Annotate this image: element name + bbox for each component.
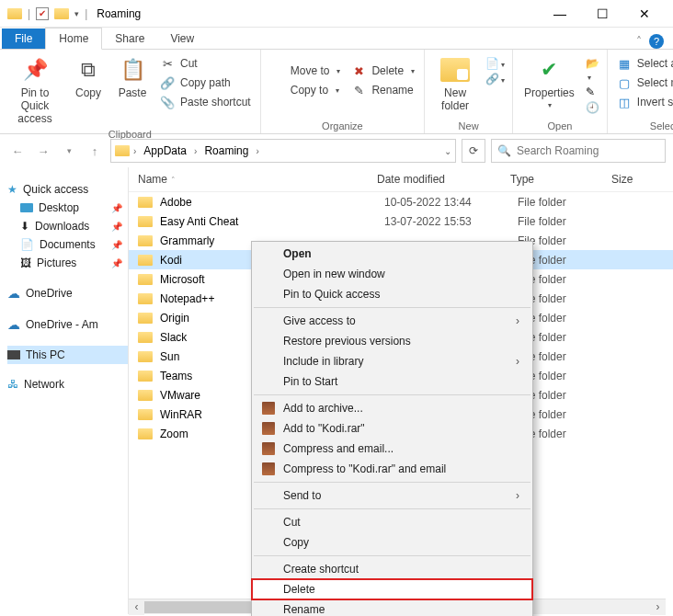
sidebar-item-pictures[interactable]: 🖼Pictures📌 [7,254,128,272]
table-row[interactable]: Adobe10-05-2022 13:44File folder [129,192,673,211]
sidebar-label: Pictures [37,257,76,269]
forward-button[interactable]: → [33,141,53,161]
chevron-down-icon: ▾ [548,101,552,109]
history-icon[interactable]: 🕘 [586,101,599,114]
menu-restore-versions[interactable]: Restore previous versions [252,331,532,351]
search-box[interactable]: 🔍 [491,139,666,163]
menu-compress-email[interactable]: Compress and email... [252,439,532,459]
breadcrumb-item[interactable]: AppData [140,143,190,159]
copy-path-button[interactable]: 🔗Copy path [158,74,253,91]
sidebar-item-documents[interactable]: 📄Documents📌 [7,235,128,254]
back-button[interactable]: ← [7,141,28,161]
menu-create-shortcut[interactable]: Create shortcut [252,559,532,579]
easy-access-icon[interactable]: 🔗▾ [485,73,505,86]
column-type[interactable]: Type [510,173,611,186]
search-input[interactable] [517,144,659,157]
menu-pin-start[interactable]: Pin to Start [252,371,532,392]
tab-file[interactable]: File [2,29,45,49]
navigation-pane: ★Quick access Desktop📌 ⬇Downloads📌 📄Docu… [0,167,129,614]
menu-separator [254,482,530,483]
column-name[interactable]: Name˄ [138,173,377,186]
sidebar-item-this-pc[interactable]: This PC [7,346,128,364]
copy-to-button[interactable]: Copy to▾ [268,82,343,98]
chevron-down-icon: ▾ [336,86,339,95]
cut-button[interactable]: ✂Cut [158,55,253,72]
sidebar-item-onedrive-am[interactable]: ☁OneDrive - Am [7,314,128,335]
menu-copy[interactable]: Copy [252,532,532,553]
tab-share[interactable]: Share [102,29,157,49]
select-all-button[interactable]: ▦Select all [615,55,673,72]
menu-compress-rar-email[interactable]: Compress to "Kodi.rar" and email [252,459,532,479]
sidebar-label: Network [24,378,64,391]
folder-icon [138,390,153,401]
recent-dropdown[interactable]: ▾ [59,141,79,161]
new-folder-button[interactable]: New folder [432,53,478,114]
chevron-down-icon: ▾ [411,67,415,75]
refresh-button[interactable]: ⟳ [462,139,485,163]
menu-label: Restore previous versions [283,335,411,348]
paste-button[interactable]: 📋 Paste [114,53,151,101]
edit-icon[interactable]: ✎ [586,86,599,98]
folder-icon [138,371,153,382]
sidebar-item-desktop[interactable]: Desktop📌 [7,199,128,217]
minimize-button[interactable]: — [539,0,581,28]
new-folder-icon [440,55,470,85]
group-label: Organize [322,119,363,133]
column-date[interactable]: Date modified [377,173,510,186]
select-none-button[interactable]: ▢Select none [615,74,673,91]
menu-open-new-window[interactable]: Open in new window [252,264,532,284]
copy-button[interactable]: ⧉ Copy [70,53,107,101]
qat-dropdown-icon[interactable]: ▾ [74,9,79,18]
invert-selection-button[interactable]: ◫Invert selection [615,94,673,110]
chevron-right-icon: › [516,314,519,327]
rename-button[interactable]: ✎Rename [349,82,416,98]
select-all-label: Select all [637,57,673,70]
scroll-left-button[interactable]: ‹ [129,599,144,615]
column-size[interactable]: Size [611,173,673,186]
delete-button[interactable]: ✖Delete▾ [349,63,416,79]
select-all-icon: ▦ [617,56,632,71]
qat-properties-icon[interactable]: ✔ [36,7,49,20]
sidebar-item-onedrive[interactable]: ☁OneDrive [7,283,128,303]
table-row[interactable]: Easy Anti Cheat13-07-2022 15:53File fold… [129,211,673,231]
tab-home[interactable]: Home [45,28,102,50]
network-icon: 🖧 [7,378,18,391]
menu-include-library[interactable]: Include in library› [252,351,532,371]
menu-rename[interactable]: Rename [252,599,532,616]
pictures-icon: 🖼 [20,257,31,269]
menu-open[interactable]: Open [252,244,532,264]
sidebar-item-quick-access[interactable]: ★Quick access [7,180,128,199]
scroll-right-button[interactable]: › [650,599,666,615]
cut-label: Cut [180,57,198,70]
menu-give-access[interactable]: Give access to› [252,311,532,331]
sidebar-item-network[interactable]: 🖧Network [7,375,128,394]
maximize-button[interactable]: ☐ [581,0,623,28]
pin-quick-access-button[interactable]: 📌 Pin to Quick access [7,53,63,127]
breadcrumb-item[interactable]: Roaming [200,143,252,159]
up-button[interactable]: ↑ [85,141,105,161]
open-icon[interactable]: 📂▾ [586,57,599,83]
invert-label: Invert selection [637,96,673,108]
help-icon[interactable]: ? [649,34,664,49]
title-bar: | ✔ ▾ | Roaming — ☐ ✕ [0,0,673,28]
menu-add-kodi-rar[interactable]: Add to "Kodi.rar" [252,418,532,439]
collapse-ribbon-icon[interactable]: ˄ [636,35,642,48]
menu-send-to[interactable]: Send to› [252,485,532,506]
menu-pin-quick-access[interactable]: Pin to Quick access [252,284,532,304]
menu-add-archive[interactable]: Add to archive... [252,398,532,418]
column-label: Size [611,173,633,186]
delete-label: Delete [371,64,404,77]
address-dropdown-icon[interactable]: ⌄ [444,146,451,156]
address-bar[interactable]: › AppData › Roaming › ⌄ [110,139,456,163]
tab-view[interactable]: View [157,29,207,49]
menu-cut[interactable]: Cut [252,512,532,532]
properties-button[interactable]: ✔ Properties ▾ [520,53,578,111]
downloads-icon: ⬇ [20,220,29,233]
paste-shortcut-button[interactable]: 📎Paste shortcut [158,94,253,110]
close-button[interactable]: ✕ [623,0,666,28]
archive-icon [259,462,278,475]
move-to-button[interactable]: Move to▾ [268,63,343,79]
new-item-icon[interactable]: 📄▾ [485,57,505,70]
sidebar-item-downloads[interactable]: ⬇Downloads📌 [7,217,128,235]
menu-delete[interactable]: Delete [252,579,532,599]
